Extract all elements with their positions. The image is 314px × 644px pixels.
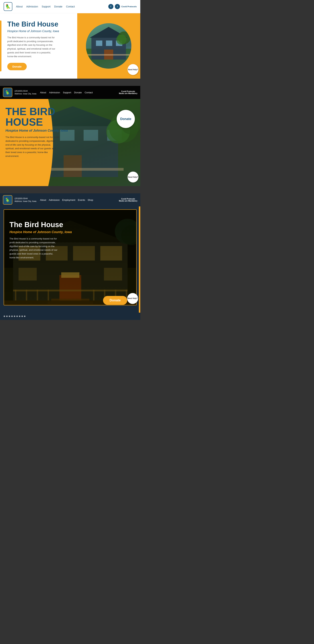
svg-rect-5 — [106, 40, 112, 46]
covid-label-1: Covid Protocols — [121, 6, 137, 8]
design2-content: THE BIRDHOUSE Hospice Home of Johnson Co… — [0, 99, 140, 166]
nav-employment-3[interactable]: Employment — [62, 199, 75, 201]
nav-about-2[interactable]: About — [40, 91, 46, 94]
dot-2[interactable] — [6, 316, 8, 317]
design1-header: 🦜 About Admission Support Donate Contact… — [0, 0, 140, 13]
design2-container: 🦜 (253)555-5544 Address: Iowa City, Iowa… — [0, 86, 140, 186]
nav-contact-2[interactable]: Contact — [85, 91, 93, 94]
nav-about-1[interactable]: About — [16, 5, 23, 8]
page-tagline-2: Hospice Home of Johnson County, Iowa — [6, 129, 135, 132]
nav-admission-1[interactable]: Admission — [26, 5, 38, 8]
dot-8[interactable] — [22, 316, 23, 317]
separator-2 — [0, 186, 140, 190]
nav-support-1[interactable]: Support — [42, 5, 51, 8]
design3-card: The Bird House Hospice Home of Johnson C… — [4, 209, 137, 306]
page-title-1: The Bird House — [7, 20, 72, 28]
donate-button-1[interactable]: Donate — [7, 63, 27, 70]
logo-design1: 🦜 — [4, 2, 12, 11]
contact-info-3: (253)555-5544 Address: Iowa City, Iowa — [15, 197, 36, 203]
dot-1[interactable] — [4, 316, 5, 317]
covid-masks-3: Masks are Mandatory — [119, 200, 137, 202]
nav-donate-1[interactable]: Donate — [54, 5, 62, 8]
page-desc-3: The Bird House is a community-based not … — [10, 237, 60, 260]
page-tagline-1: Hospice Home of Johnson County, Iowa — [7, 30, 72, 33]
bird-logo-icon-3: 🦜 — [5, 198, 10, 202]
covid-info-3: Covid Protocals Masks are Mandatory — [119, 198, 137, 202]
design3-container: 🦜 (253)555-5544 Address: Iowa City, Iowa… — [0, 193, 140, 320]
design3-text-content: The Bird House Hospice Home of Johnson C… — [4, 210, 136, 305]
house-photo-1 — [86, 23, 131, 69]
design1-nav: About Admission Support Donate Contact — [16, 5, 108, 8]
dot-9[interactable] — [24, 316, 26, 317]
nav-events-3[interactable]: Events — [78, 199, 85, 201]
donate-button-3[interactable]: Donate — [103, 296, 127, 305]
design2-hero: THE BIRDHOUSE Hospice Home of Johnson Co… — [0, 99, 140, 186]
design2-nav: About Admission Support Donate Contact — [40, 91, 119, 94]
logo-design3: 🦜 — [3, 195, 12, 204]
nav-donate-2[interactable]: Donate — [74, 91, 82, 94]
design2-header: 🦜 (253)555-5544 Address: Iowa City, Iowa… — [0, 86, 140, 99]
design1-image-area: Need Help? — [77, 13, 140, 78]
instagram-icon[interactable]: i — [115, 4, 120, 9]
covid-masks-2: Masks are Mandatory — [119, 92, 137, 94]
design3-hero: The Bird House Hospice Home of Johnson C… — [0, 206, 140, 313]
need-help-button-3[interactable]: Need Help? — [127, 293, 138, 304]
accent-bar — [0, 20, 2, 71]
dot-4[interactable] — [11, 316, 13, 317]
logo-design2: 🦜 — [3, 88, 12, 97]
design3-header: 🦜 (253)555-5544 Address: Iowa City, Iowa… — [0, 193, 140, 206]
nav-shop-3[interactable]: Shop — [88, 199, 93, 201]
separator-1 — [0, 78, 140, 82]
house-image-circle — [86, 23, 131, 69]
dot-6[interactable] — [16, 316, 18, 317]
bird-logo-icon: 🦜 — [5, 4, 11, 9]
nav-contact-1[interactable]: Contact — [66, 5, 75, 8]
address-3: Address: Iowa City, Iowa — [15, 200, 36, 202]
donate-circle-button[interactable]: Donate — [117, 110, 135, 128]
covid-title-3: Covid Protocals — [119, 198, 137, 200]
nav-admission-3[interactable]: Admission — [49, 199, 60, 201]
svg-point-9 — [116, 34, 126, 45]
covid-info-2: Covid Protocals Masks are Mandatory — [119, 90, 137, 94]
facebook-icon[interactable]: f — [108, 4, 113, 9]
design3-card-bg: The Bird House Hospice Home of Johnson C… — [4, 210, 136, 305]
svg-rect-10 — [86, 54, 131, 56]
contact-info-2: (253)555-5544 Address: Iowa City, Iowa — [15, 90, 36, 95]
page-title-2: THE BIRDHOUSE — [6, 106, 135, 127]
svg-rect-4 — [96, 40, 102, 46]
need-help-button-2[interactable]: Need Help? — [128, 172, 138, 182]
address-2: Address: Iowa City, Iowa — [15, 92, 36, 95]
dot-5[interactable] — [14, 316, 15, 317]
social-links: f i Covid Protocols — [108, 4, 137, 9]
page-tagline-3: Hospice Home of Johnson County, Iowa — [10, 230, 131, 234]
page-desc-2: The Bird House is a community-based not … — [6, 136, 60, 158]
phone-3: (253)555-5544 — [15, 197, 36, 200]
bird-logo-icon-2: 🦜 — [5, 90, 10, 95]
dot-3[interactable] — [9, 316, 10, 317]
covid-title-2: Covid Protocals — [119, 90, 137, 92]
design3-yellow-bar — [139, 206, 140, 313]
carousel-dots — [0, 313, 140, 320]
nav-support-2[interactable]: Support — [63, 91, 71, 94]
page-desc-1: The Bird House is a community-based not … — [7, 36, 58, 58]
design1-container: 🦜 About Admission Support Donate Contact… — [0, 0, 140, 78]
dot-7[interactable] — [19, 316, 20, 317]
design1-content-left: The Bird House Hospice Home of Johnson C… — [0, 13, 77, 78]
nav-admission-2[interactable]: Admission — [49, 91, 60, 94]
design1-hero: The Bird House Hospice Home of Johnson C… — [0, 13, 140, 78]
page-title-3: The Bird House — [10, 220, 131, 229]
phone-2: (253)555-5544 — [15, 90, 36, 92]
design3-nav: About Admission Employment Events Shop — [40, 199, 119, 201]
need-help-button-1[interactable]: Need Help? — [128, 64, 138, 75]
nav-about-3[interactable]: About — [40, 199, 46, 201]
